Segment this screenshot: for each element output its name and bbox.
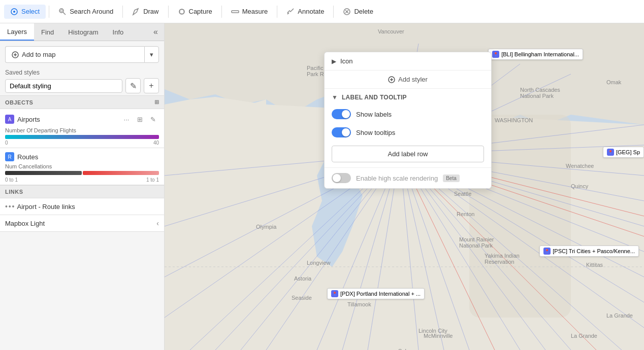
edit-style-button[interactable]: ✎ (125, 78, 141, 93)
add-label-row-button[interactable]: Add label row (332, 146, 484, 162)
search-around-icon (58, 8, 67, 16)
pdx-text: [PDX] Portland International + ... (340, 291, 421, 297)
add-styler-label: Add styler (398, 76, 428, 83)
geg-pin: 📍 (607, 149, 614, 156)
map-label-kittitas: Kittitas (586, 262, 603, 268)
capture-button[interactable]: Capture (172, 5, 218, 19)
add-styler-icon (388, 76, 395, 83)
capture-label: Capture (189, 8, 212, 15)
svg-line-3 (63, 12, 66, 15)
map-label-seattle-city: Seattle (454, 191, 471, 197)
map-label-omak: Omak (606, 79, 622, 85)
svg-point-1 (13, 11, 15, 13)
add-to-map-button[interactable]: Add to map (5, 46, 144, 63)
delete-button[interactable]: Delete (337, 5, 379, 19)
airports-style-button[interactable]: ✎ (147, 113, 159, 125)
saved-styles-section: Saved styles Default styling ✎ + (0, 66, 164, 95)
airports-more-button[interactable]: ··· (120, 113, 133, 125)
map-label-olympia: Olympia (256, 224, 277, 230)
annotate-button[interactable]: Annotate (280, 5, 330, 19)
routes-legend-label: Num Cancellations (5, 163, 159, 169)
routes-min: 0 to 1 (5, 177, 18, 183)
map-label-mount-rainier: Mount Rainier (459, 236, 494, 242)
sidebar: Layers Find Histogram Info « Add to map … (0, 23, 165, 350)
airports-layer-header: A Airports ··· ⊞ ✎ (5, 113, 159, 125)
collapse-sidebar-button[interactable]: « (147, 23, 164, 41)
show-tooltips-label: Show tooltips (356, 129, 395, 136)
style-panel: ▶ Icon Add styler ▼ (324, 52, 492, 189)
routes-gradient-red (83, 171, 159, 175)
annotate-icon (286, 8, 295, 16)
airport-label-geg: 📍 [GEG] Sp (603, 147, 644, 158)
add-style-button[interactable]: + (144, 78, 159, 93)
routes-gradient-labels: 0 to 1 1 to 1 (5, 177, 159, 183)
draw-icon (132, 8, 140, 16)
links-item: • • • Airport - Route links (5, 202, 159, 211)
show-labels-label: Show labels (356, 111, 392, 118)
saved-styles-row: Default styling ✎ + (5, 78, 159, 93)
airports-edit-button[interactable]: ⊞ (134, 113, 146, 125)
airports-layer-name: Airports (17, 116, 117, 123)
label-tooltip-collapse[interactable]: ▼ (332, 94, 338, 101)
toolbar: Select Search Around Draw Capture Measur… (0, 0, 644, 23)
map-label-national-park-nc: National Park (520, 93, 554, 99)
annotate-label: Annotate (298, 8, 324, 15)
select-button[interactable]: Select (4, 5, 46, 19)
map-label-washington: WASHINGTON (495, 117, 533, 123)
map-label-vancouver: Vancouver (378, 28, 404, 34)
psc-text: [PSC] Tri Cities + Pasco/Kenne... (553, 248, 635, 254)
svg-point-2 (59, 9, 63, 13)
links-label-text: Airport - Route links (17, 203, 75, 211)
airports-legend-label: Number Of Departing Flights (5, 127, 159, 133)
show-tooltips-toggle[interactable] (332, 127, 351, 137)
basemap-label: Mapbox Light (5, 220, 153, 227)
airports-max: 40 (153, 140, 159, 146)
airports-layer-actions: ··· ⊞ ✎ (120, 113, 159, 125)
label-tooltip-label: LABEL AND TOOLTIP (342, 94, 407, 101)
tab-info[interactable]: Info (106, 23, 131, 41)
links-label: LINKS (5, 189, 23, 195)
select-label: Select (21, 8, 40, 15)
add-styler-button[interactable]: Add styler (325, 71, 491, 88)
map-label-reservation: Reservation (485, 259, 514, 265)
basemap-section: Mapbox Light ‹ (0, 215, 164, 232)
routes-layer-icon: R (5, 152, 14, 161)
high-scale-label: Enable high scale rendering (356, 174, 438, 182)
routes-gradient-dark (5, 171, 82, 175)
map-label-quincy: Quincy (571, 183, 589, 189)
basemap-toggle[interactable]: ‹ (156, 219, 159, 227)
airports-layer-icon: A (5, 115, 14, 124)
airport-label-bli: 📍 [BLI] Bellingham International... (488, 49, 583, 60)
search-around-label: Search Around (70, 8, 113, 15)
select-icon (10, 8, 18, 16)
map-label-la-grande: La Grande (606, 312, 633, 319)
draw-button[interactable]: Draw (126, 5, 165, 19)
map-area[interactable]: WASHINGTON Pacific Rim National Park Res… (165, 23, 644, 350)
panel-label-tooltip-section: ▼ LABEL AND TOOLTIP Show labels Show too… (325, 89, 491, 168)
saved-styles-select[interactable]: Default styling (5, 79, 122, 93)
divider-4 (221, 6, 222, 18)
routes-layer-name: Routes (17, 153, 159, 161)
measure-button[interactable]: Measure (225, 5, 274, 19)
high-scale-toggle[interactable] (332, 173, 351, 183)
map-label-renton: Renton (457, 211, 474, 217)
svg-rect-7 (232, 11, 239, 13)
map-label-yakima: Yakima Indian (485, 253, 520, 259)
map-label-wenatchee: Wenatchee (566, 163, 594, 169)
tab-find[interactable]: Find (34, 23, 61, 41)
airports-gradient (5, 135, 159, 139)
tab-layers[interactable]: Layers (0, 23, 34, 41)
objects-label: OBJECTS (5, 99, 33, 106)
geg-text: [GEG] Sp (616, 149, 640, 155)
add-to-map-dropdown-button[interactable]: ▾ (144, 46, 159, 63)
objects-icon[interactable]: ⊞ (154, 99, 159, 106)
add-label-row-container: Add label row (325, 142, 491, 167)
routes-layer-header: R Routes (5, 152, 159, 161)
search-around-button[interactable]: Search Around (52, 5, 119, 19)
saved-styles-label: Saved styles (5, 69, 159, 76)
tab-histogram[interactable]: Histogram (61, 23, 105, 41)
map-label-salem: Salem (398, 348, 414, 350)
panel-icon-row[interactable]: ▶ Icon (325, 52, 491, 70)
airports-min: 0 (5, 140, 8, 146)
show-labels-toggle[interactable] (332, 109, 351, 119)
